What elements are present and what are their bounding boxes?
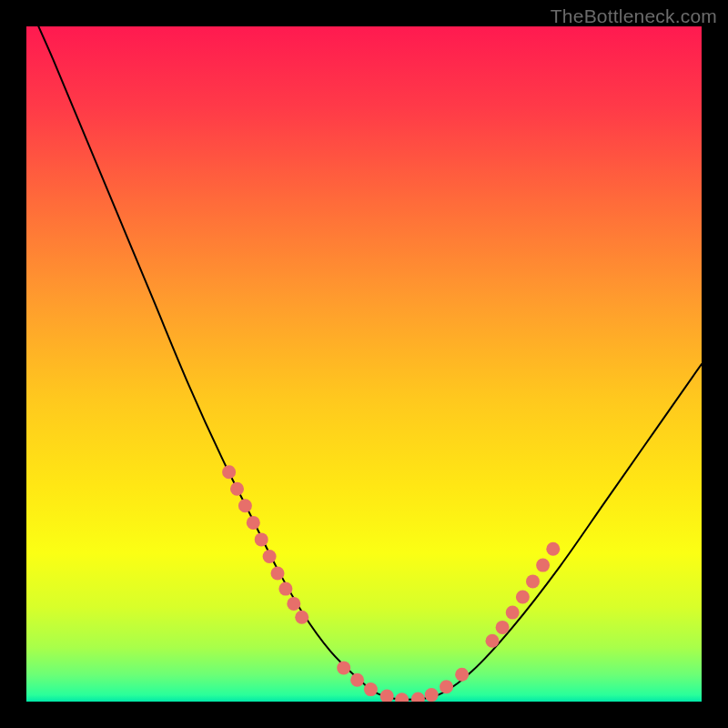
highlight-dot bbox=[238, 499, 252, 512]
highlight-dot bbox=[278, 582, 292, 596]
highlight-dot bbox=[287, 597, 300, 611]
highlight-dot bbox=[337, 661, 350, 674]
chart-frame bbox=[26, 26, 702, 702]
highlight-dot bbox=[516, 591, 530, 604]
bottleneck-curve bbox=[26, 26, 702, 700]
highlight-dots-left bbox=[222, 465, 308, 624]
highlight-dot bbox=[271, 567, 285, 581]
highlight-dots-right bbox=[486, 542, 561, 648]
chart-svg bbox=[26, 26, 702, 702]
highlight-dot bbox=[440, 680, 453, 693]
highlight-dot bbox=[536, 559, 550, 572]
highlight-dot bbox=[411, 693, 425, 703]
highlight-dot bbox=[247, 516, 260, 530]
highlight-dot bbox=[486, 634, 500, 648]
highlight-dot bbox=[395, 693, 409, 702]
highlight-dot bbox=[364, 682, 378, 696]
highlight-dot bbox=[295, 611, 308, 624]
highlight-dot bbox=[350, 673, 364, 687]
highlight-dot bbox=[496, 621, 510, 634]
highlight-dot bbox=[255, 532, 268, 546]
highlight-dots-bottom bbox=[337, 661, 469, 702]
highlight-dot bbox=[425, 688, 439, 702]
highlight-dot bbox=[380, 690, 394, 702]
highlight-dot bbox=[263, 550, 277, 563]
highlight-dot bbox=[506, 606, 520, 620]
highlight-dot bbox=[230, 482, 244, 496]
watermark-text: TheBottleneck.com bbox=[551, 5, 717, 27]
highlight-dot bbox=[455, 668, 469, 682]
highlight-dot bbox=[546, 542, 560, 556]
highlight-dot bbox=[526, 574, 540, 588]
highlight-dot bbox=[222, 465, 236, 479]
